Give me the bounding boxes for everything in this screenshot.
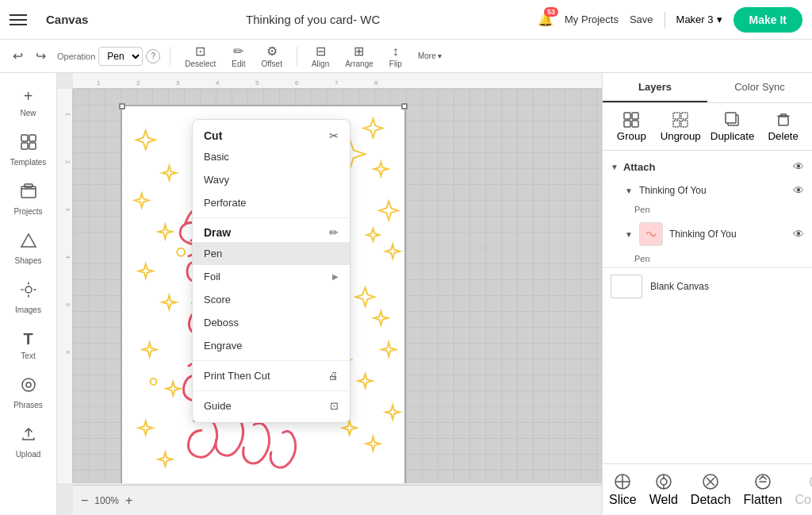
machine-selector[interactable]: Maker 3 ▾ xyxy=(676,13,722,25)
operation-help[interactable]: ? xyxy=(146,49,160,63)
menu-item-print-then-cut[interactable]: Print Then Cut 🖨 xyxy=(193,364,350,387)
sidebar-item-images[interactable]: Images xyxy=(2,275,56,321)
menu-item-guide[interactable]: Guide ⊡ xyxy=(193,394,350,417)
svg-rect-1 xyxy=(29,135,36,141)
svg-rect-0 xyxy=(21,135,28,141)
layer2-chevron-icon[interactable]: ▼ xyxy=(625,230,633,239)
svg-rect-3 xyxy=(29,143,36,149)
svg-rect-13 xyxy=(624,113,630,119)
sidebar-item-templates[interactable]: Templates xyxy=(2,127,56,173)
zoom-out-button[interactable]: − xyxy=(81,494,88,508)
offset-button[interactable]: ⚙ Offset xyxy=(256,42,287,70)
layer1-sub-name: Pen xyxy=(634,205,650,214)
delete-button[interactable]: Delete xyxy=(760,108,806,145)
menu-divider-3 xyxy=(193,390,350,391)
menu-item-score[interactable]: Score xyxy=(193,288,350,311)
detach-button[interactable]: Detach xyxy=(684,469,737,510)
deselect-button[interactable]: ⊡ Deselect xyxy=(180,42,220,70)
draw-section-icon: ✏ xyxy=(329,226,339,239)
svg-rect-5 xyxy=(25,184,33,187)
svg-rect-22 xyxy=(726,113,736,123)
align-button[interactable]: ⊟ Align xyxy=(307,42,334,70)
flip-button[interactable]: ↕ Flip xyxy=(385,43,407,70)
edit-button[interactable]: ✏ Edit xyxy=(227,42,250,70)
attach-visibility-icon[interactable]: 👁 xyxy=(793,160,804,173)
layer-item-1[interactable]: ▼ Thinking Of You 👁 xyxy=(603,179,812,202)
sidebar-item-phrases[interactable]: Phrases xyxy=(2,370,56,416)
svg-point-28 xyxy=(661,478,667,485)
group-button[interactable]: Group xyxy=(609,108,654,145)
contour-button[interactable]: Contour xyxy=(788,469,812,510)
svg-rect-20 xyxy=(681,121,688,127)
menu-item-basic[interactable]: Basic xyxy=(193,145,350,168)
guide-icon: ⊡ xyxy=(330,400,339,412)
left-sidebar: + New Templates Projects Shapes Images xyxy=(0,73,57,515)
weld-icon xyxy=(654,472,673,491)
menu-item-wavy[interactable]: Wavy xyxy=(193,168,350,191)
chevron-down-icon: ▾ xyxy=(717,13,722,25)
flip-icon: ↕ xyxy=(393,44,399,59)
canvas-area[interactable]: 1 2 3 4 5 6 7 8 1 2 3 4 5 6 xyxy=(57,73,602,515)
hamburger-menu[interactable] xyxy=(10,8,33,32)
sidebar-item-new[interactable]: + New xyxy=(2,81,56,124)
sidebar-label-new: New xyxy=(20,109,36,117)
topbar: Canvas Thinking of you card- WC 🔔 53 My … xyxy=(0,0,812,40)
ungroup-button[interactable]: Ungroup xyxy=(657,108,704,145)
layer1-sub: Pen xyxy=(603,202,812,217)
save-button[interactable]: Save xyxy=(630,13,653,25)
upload-icon xyxy=(20,425,37,447)
operation-dropdown: Cut ✂ Basic Wavy Perforate Draw ✏ Pen xyxy=(192,119,350,423)
layer2-visibility-icon[interactable]: 👁 xyxy=(793,228,804,240)
zoom-in-button[interactable]: + xyxy=(125,494,132,508)
attach-group-header[interactable]: ▼ Attach 👁 xyxy=(603,154,812,179)
layer2-thumb xyxy=(639,222,663,246)
menu-item-pen[interactable]: Pen xyxy=(193,242,350,265)
slice-button[interactable]: Slice xyxy=(603,469,643,510)
svg-point-10 xyxy=(177,248,185,256)
phrases-icon xyxy=(20,376,37,398)
sidebar-label-shapes: Shapes xyxy=(15,256,42,265)
svg-rect-4 xyxy=(21,186,36,198)
undo-button[interactable]: ↩ xyxy=(8,45,28,67)
svg-rect-16 xyxy=(632,121,638,127)
divider xyxy=(665,12,665,28)
menu-item-foil[interactable]: Foil ▶ xyxy=(193,265,350,288)
separator xyxy=(170,47,170,66)
sidebar-label-text: Text xyxy=(21,352,35,360)
menu-item-deboss[interactable]: Deboss xyxy=(193,311,350,334)
sidebar-item-upload[interactable]: Upload xyxy=(2,419,56,465)
make-it-button[interactable]: Make It xyxy=(733,7,802,33)
notification-badge: 53 xyxy=(544,7,558,17)
tab-color-sync[interactable]: Color Sync xyxy=(707,73,812,102)
new-icon: + xyxy=(24,87,33,106)
attach-chevron-icon[interactable]: ▼ xyxy=(611,163,619,171)
panel-tabs: Layers Color Sync xyxy=(603,73,812,103)
secondary-toolbar: ↩ ↪ Operation Pen ? ⊡ Deselect ✏ Edit ⚙ … xyxy=(0,40,812,73)
flatten-button[interactable]: Flatten xyxy=(737,469,789,510)
layer-item-2[interactable]: ▼ Thinking Of You 👁 xyxy=(603,217,812,251)
slice-icon xyxy=(613,472,632,491)
notification-button[interactable]: 🔔 53 xyxy=(538,12,553,27)
layer1-chevron-icon[interactable]: ▼ xyxy=(625,186,633,195)
svg-rect-23 xyxy=(779,117,788,125)
layer1-visibility-icon[interactable]: 👁 xyxy=(793,184,804,197)
panel-actions: Group Ungroup Duplicate Delete xyxy=(603,103,812,151)
deselect-icon: ⊡ xyxy=(195,44,205,59)
svg-rect-14 xyxy=(632,113,638,119)
shapes-icon xyxy=(20,232,37,253)
sidebar-item-projects[interactable]: Projects xyxy=(2,176,56,222)
menu-item-engrave[interactable]: Engrave xyxy=(193,334,350,357)
tab-layers[interactable]: Layers xyxy=(603,73,707,102)
menu-item-perforate[interactable]: Perforate xyxy=(193,191,350,214)
redo-button[interactable]: ↪ xyxy=(31,45,51,67)
more-button[interactable]: More ▾ xyxy=(413,50,447,62)
sidebar-item-shapes[interactable]: Shapes xyxy=(2,225,56,271)
svg-rect-15 xyxy=(624,121,630,127)
arrange-button[interactable]: ⊞ Arrange xyxy=(340,42,378,70)
sidebar-item-text[interactable]: T Text xyxy=(2,324,56,367)
operation-label: Operation xyxy=(57,52,95,61)
weld-button[interactable]: Weld xyxy=(643,469,684,510)
my-projects-button[interactable]: My Projects xyxy=(565,13,619,25)
operation-select[interactable]: Pen xyxy=(98,47,143,66)
duplicate-button[interactable]: Duplicate xyxy=(707,108,758,145)
